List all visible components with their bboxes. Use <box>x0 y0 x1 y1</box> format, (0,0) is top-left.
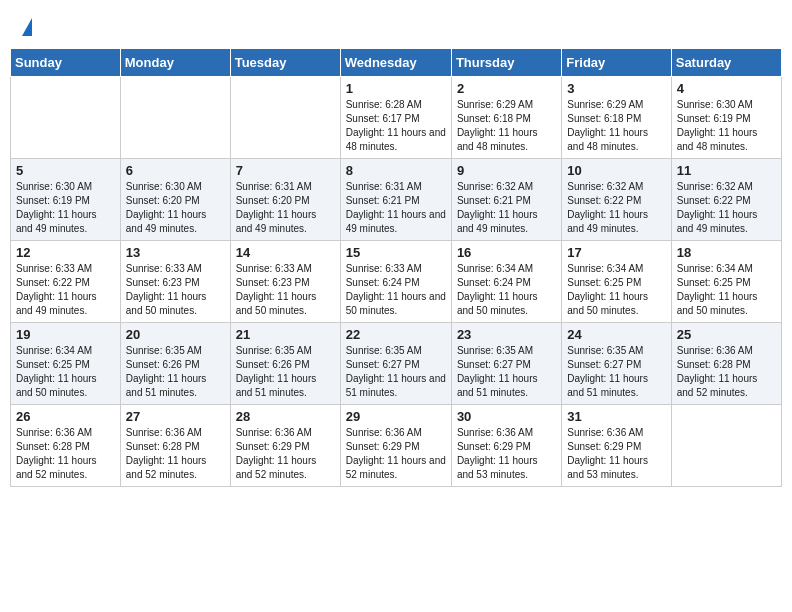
cell-content: Sunrise: 6:31 AMSunset: 6:20 PMDaylight:… <box>236 180 335 236</box>
day-number: 12 <box>16 245 115 260</box>
cell-content: Sunrise: 6:34 AMSunset: 6:25 PMDaylight:… <box>677 262 776 318</box>
day-number: 11 <box>677 163 776 178</box>
day-number: 16 <box>457 245 556 260</box>
calendar-cell: 6Sunrise: 6:30 AMSunset: 6:20 PMDaylight… <box>120 159 230 241</box>
calendar-cell: 4Sunrise: 6:30 AMSunset: 6:19 PMDaylight… <box>671 77 781 159</box>
calendar-cell: 21Sunrise: 6:35 AMSunset: 6:26 PMDayligh… <box>230 323 340 405</box>
cell-content: Sunrise: 6:35 AMSunset: 6:26 PMDaylight:… <box>236 344 335 400</box>
day-number: 21 <box>236 327 335 342</box>
day-number: 3 <box>567 81 665 96</box>
calendar-cell: 8Sunrise: 6:31 AMSunset: 6:21 PMDaylight… <box>340 159 451 241</box>
calendar-cell: 30Sunrise: 6:36 AMSunset: 6:29 PMDayligh… <box>451 405 561 487</box>
cell-content: Sunrise: 6:36 AMSunset: 6:28 PMDaylight:… <box>677 344 776 400</box>
day-number: 13 <box>126 245 225 260</box>
weekday-header: Tuesday <box>230 49 340 77</box>
calendar-cell: 13Sunrise: 6:33 AMSunset: 6:23 PMDayligh… <box>120 241 230 323</box>
calendar-week-row: 1Sunrise: 6:28 AMSunset: 6:17 PMDaylight… <box>11 77 782 159</box>
cell-content: Sunrise: 6:32 AMSunset: 6:22 PMDaylight:… <box>567 180 665 236</box>
calendar-cell: 28Sunrise: 6:36 AMSunset: 6:29 PMDayligh… <box>230 405 340 487</box>
day-number: 20 <box>126 327 225 342</box>
day-number: 26 <box>16 409 115 424</box>
calendar-cell: 17Sunrise: 6:34 AMSunset: 6:25 PMDayligh… <box>562 241 671 323</box>
day-number: 31 <box>567 409 665 424</box>
page-header <box>10 10 782 44</box>
day-number: 18 <box>677 245 776 260</box>
cell-content: Sunrise: 6:32 AMSunset: 6:22 PMDaylight:… <box>677 180 776 236</box>
calendar-cell: 9Sunrise: 6:32 AMSunset: 6:21 PMDaylight… <box>451 159 561 241</box>
cell-content: Sunrise: 6:36 AMSunset: 6:29 PMDaylight:… <box>346 426 446 482</box>
calendar-cell: 24Sunrise: 6:35 AMSunset: 6:27 PMDayligh… <box>562 323 671 405</box>
calendar-cell <box>671 405 781 487</box>
calendar-week-row: 12Sunrise: 6:33 AMSunset: 6:22 PMDayligh… <box>11 241 782 323</box>
day-number: 24 <box>567 327 665 342</box>
cell-content: Sunrise: 6:35 AMSunset: 6:27 PMDaylight:… <box>457 344 556 400</box>
cell-content: Sunrise: 6:33 AMSunset: 6:22 PMDaylight:… <box>16 262 115 318</box>
calendar-week-row: 5Sunrise: 6:30 AMSunset: 6:19 PMDaylight… <box>11 159 782 241</box>
cell-content: Sunrise: 6:35 AMSunset: 6:26 PMDaylight:… <box>126 344 225 400</box>
day-number: 28 <box>236 409 335 424</box>
weekday-header: Monday <box>120 49 230 77</box>
day-number: 15 <box>346 245 446 260</box>
calendar-table: SundayMondayTuesdayWednesdayThursdayFrid… <box>10 48 782 487</box>
weekday-header: Saturday <box>671 49 781 77</box>
day-number: 4 <box>677 81 776 96</box>
cell-content: Sunrise: 6:36 AMSunset: 6:28 PMDaylight:… <box>16 426 115 482</box>
cell-content: Sunrise: 6:33 AMSunset: 6:23 PMDaylight:… <box>126 262 225 318</box>
calendar-week-row: 19Sunrise: 6:34 AMSunset: 6:25 PMDayligh… <box>11 323 782 405</box>
day-number: 17 <box>567 245 665 260</box>
weekday-header: Thursday <box>451 49 561 77</box>
logo-triangle-icon <box>22 18 32 36</box>
day-number: 22 <box>346 327 446 342</box>
day-number: 5 <box>16 163 115 178</box>
day-number: 2 <box>457 81 556 96</box>
day-number: 8 <box>346 163 446 178</box>
calendar-cell: 22Sunrise: 6:35 AMSunset: 6:27 PMDayligh… <box>340 323 451 405</box>
cell-content: Sunrise: 6:30 AMSunset: 6:20 PMDaylight:… <box>126 180 225 236</box>
calendar-cell: 31Sunrise: 6:36 AMSunset: 6:29 PMDayligh… <box>562 405 671 487</box>
logo <box>20 18 32 38</box>
cell-content: Sunrise: 6:30 AMSunset: 6:19 PMDaylight:… <box>677 98 776 154</box>
calendar-cell: 20Sunrise: 6:35 AMSunset: 6:26 PMDayligh… <box>120 323 230 405</box>
calendar-cell <box>230 77 340 159</box>
calendar-cell <box>11 77 121 159</box>
day-number: 27 <box>126 409 225 424</box>
calendar-cell: 7Sunrise: 6:31 AMSunset: 6:20 PMDaylight… <box>230 159 340 241</box>
calendar-cell: 23Sunrise: 6:35 AMSunset: 6:27 PMDayligh… <box>451 323 561 405</box>
day-number: 23 <box>457 327 556 342</box>
cell-content: Sunrise: 6:33 AMSunset: 6:23 PMDaylight:… <box>236 262 335 318</box>
cell-content: Sunrise: 6:34 AMSunset: 6:24 PMDaylight:… <box>457 262 556 318</box>
day-number: 1 <box>346 81 446 96</box>
day-number: 19 <box>16 327 115 342</box>
calendar-header-row: SundayMondayTuesdayWednesdayThursdayFrid… <box>11 49 782 77</box>
calendar-cell: 2Sunrise: 6:29 AMSunset: 6:18 PMDaylight… <box>451 77 561 159</box>
cell-content: Sunrise: 6:36 AMSunset: 6:29 PMDaylight:… <box>457 426 556 482</box>
calendar-cell: 3Sunrise: 6:29 AMSunset: 6:18 PMDaylight… <box>562 77 671 159</box>
weekday-header: Sunday <box>11 49 121 77</box>
calendar-cell: 18Sunrise: 6:34 AMSunset: 6:25 PMDayligh… <box>671 241 781 323</box>
weekday-header: Wednesday <box>340 49 451 77</box>
cell-content: Sunrise: 6:29 AMSunset: 6:18 PMDaylight:… <box>567 98 665 154</box>
calendar-cell: 27Sunrise: 6:36 AMSunset: 6:28 PMDayligh… <box>120 405 230 487</box>
calendar-cell <box>120 77 230 159</box>
day-number: 29 <box>346 409 446 424</box>
cell-content: Sunrise: 6:29 AMSunset: 6:18 PMDaylight:… <box>457 98 556 154</box>
cell-content: Sunrise: 6:28 AMSunset: 6:17 PMDaylight:… <box>346 98 446 154</box>
cell-content: Sunrise: 6:36 AMSunset: 6:29 PMDaylight:… <box>236 426 335 482</box>
cell-content: Sunrise: 6:30 AMSunset: 6:19 PMDaylight:… <box>16 180 115 236</box>
cell-content: Sunrise: 6:36 AMSunset: 6:29 PMDaylight:… <box>567 426 665 482</box>
calendar-week-row: 26Sunrise: 6:36 AMSunset: 6:28 PMDayligh… <box>11 405 782 487</box>
cell-content: Sunrise: 6:31 AMSunset: 6:21 PMDaylight:… <box>346 180 446 236</box>
cell-content: Sunrise: 6:35 AMSunset: 6:27 PMDaylight:… <box>567 344 665 400</box>
day-number: 25 <box>677 327 776 342</box>
calendar-cell: 5Sunrise: 6:30 AMSunset: 6:19 PMDaylight… <box>11 159 121 241</box>
calendar-cell: 14Sunrise: 6:33 AMSunset: 6:23 PMDayligh… <box>230 241 340 323</box>
day-number: 14 <box>236 245 335 260</box>
cell-content: Sunrise: 6:35 AMSunset: 6:27 PMDaylight:… <box>346 344 446 400</box>
calendar-cell: 19Sunrise: 6:34 AMSunset: 6:25 PMDayligh… <box>11 323 121 405</box>
calendar-cell: 15Sunrise: 6:33 AMSunset: 6:24 PMDayligh… <box>340 241 451 323</box>
day-number: 30 <box>457 409 556 424</box>
cell-content: Sunrise: 6:36 AMSunset: 6:28 PMDaylight:… <box>126 426 225 482</box>
day-number: 7 <box>236 163 335 178</box>
cell-content: Sunrise: 6:33 AMSunset: 6:24 PMDaylight:… <box>346 262 446 318</box>
calendar-cell: 26Sunrise: 6:36 AMSunset: 6:28 PMDayligh… <box>11 405 121 487</box>
